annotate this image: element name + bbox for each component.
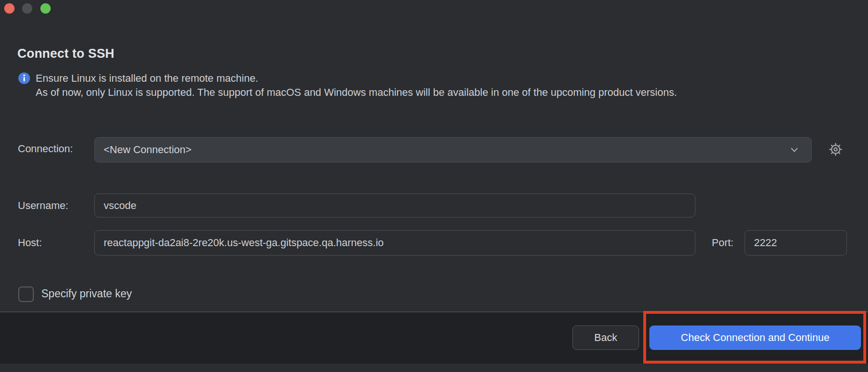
host-input[interactable] <box>94 230 695 256</box>
connection-label: Connection: <box>18 143 73 155</box>
window-zoom-button[interactable] <box>40 3 51 14</box>
connection-dropdown[interactable]: <New Connection> <box>94 137 812 163</box>
back-button-label: Back <box>594 332 617 344</box>
back-button[interactable]: Back <box>572 326 639 350</box>
info-message: Ensure Linux is installed on the remote … <box>36 71 843 100</box>
page-title: Connect to SSH <box>17 46 114 61</box>
window-minimize-button[interactable] <box>22 3 32 14</box>
username-input[interactable] <box>94 194 695 217</box>
check-connection-button-label: Check Connection and Continue <box>681 332 830 344</box>
window-close-button[interactable] <box>4 3 15 14</box>
chevron-down-icon <box>788 144 800 156</box>
connection-dropdown-value: <New Connection> <box>104 144 191 156</box>
port-label: Port: <box>712 237 733 249</box>
check-connection-and-continue-button[interactable]: Check Connection and Continue <box>649 326 861 350</box>
username-label: Username: <box>18 200 69 212</box>
host-label: Host: <box>18 237 42 249</box>
info-message-line2: As of now, only Linux is supported. The … <box>36 85 843 100</box>
gear-icon[interactable] <box>828 141 844 157</box>
specify-private-key-checkbox[interactable] <box>18 287 34 302</box>
port-input[interactable] <box>745 230 847 256</box>
info-message-line1: Ensure Linux is installed on the remote … <box>36 71 843 85</box>
specify-private-key-label[interactable]: Specify private key <box>41 287 132 300</box>
info-icon <box>18 72 30 85</box>
